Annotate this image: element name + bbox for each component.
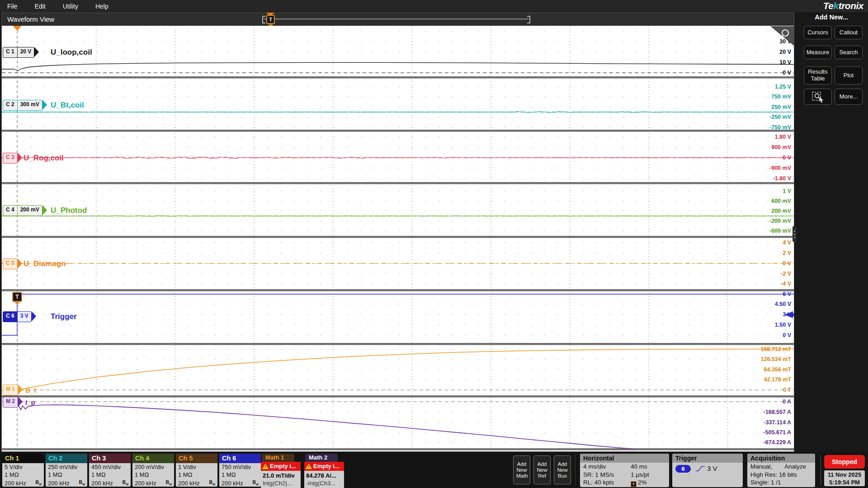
setting-value: 250 mV/div	[48, 464, 77, 470]
callout-button[interactable]: Callout	[835, 26, 863, 39]
axis-label: 168.712 mT	[761, 346, 791, 353]
setting-row: 1 MΩ	[5, 471, 42, 479]
axis-label: 600 mV	[771, 197, 791, 205]
plot-button[interactable]: Plot	[835, 66, 863, 84]
bandwidth-limit-icon: Bw	[253, 479, 259, 487]
setting-value: 1 MΩ	[222, 471, 236, 478]
axis-label: 6 V	[783, 291, 791, 298]
axis-label: -1.80 V	[773, 175, 791, 182]
setting-row: 750 mV/div	[222, 464, 259, 471]
channel-settings-body: 450 mV/div1 MΩ200 kHzBw	[89, 463, 131, 487]
date-time-display: 11 Nov 20255:19:54 PM	[824, 470, 865, 486]
math-settings-body: 21.0 mT/divIntg(Ch2)...	[261, 471, 301, 488]
setting-value: 200 kHz	[91, 480, 113, 487]
channel-label-b-t: B_t	[25, 386, 36, 394]
axis-label: 0 V	[783, 332, 791, 339]
add-new-ref-button[interactable]: AddNewRef	[533, 455, 551, 484]
trigger-position-marker[interactable]: T	[266, 15, 275, 24]
channel-settings-body: 750 mV/div1 MΩ200 kHzBw	[219, 463, 261, 487]
position-bar-right-bracket	[527, 16, 530, 23]
divider	[575, 455, 576, 485]
search-button[interactable]: Search	[835, 46, 863, 59]
zoom-select-button[interactable]	[804, 89, 832, 105]
channel-badge-c5[interactable]: C 5	[3, 258, 18, 269]
math-settings-1[interactable]: Math 1!Empty i...21.0 mT/divIntg(Ch2)...	[261, 462, 301, 488]
channel-badge-c6[interactable]: C 63 V	[3, 311, 32, 322]
horizontal-row: 4 ms/div40 ms	[580, 463, 669, 471]
setting-row: 1 MΩ	[222, 471, 259, 479]
acquisition-panel-title: Acquisition	[747, 454, 815, 463]
badge-scale: 20 V	[17, 47, 34, 57]
horizontal-value: 4 ms/div	[583, 463, 606, 470]
measure-button[interactable]: Measure	[804, 46, 832, 59]
axis-label: 200 mV	[771, 207, 791, 215]
math-settings-2[interactable]: Math 2!Empty i...84.278 A/...-Intg(Ch3..…	[304, 462, 344, 488]
setting-value: 200 kHz	[5, 480, 26, 487]
trigger-panel[interactable]: Trigger63 V	[672, 454, 743, 487]
more-button[interactable]: More...	[835, 89, 863, 105]
math-alert: !Empty i...	[261, 462, 301, 471]
setting-row: 1 MΩ	[178, 471, 215, 479]
results-table-button[interactable]: Results Table	[804, 66, 832, 84]
acquisition-status-button[interactable]: Stopped	[824, 455, 865, 469]
setting-value: 750 mV/div	[222, 464, 251, 470]
badge-arrow-icon	[42, 100, 47, 110]
trigger-position-icon: T	[631, 481, 637, 487]
channel-settings-ch4[interactable]: Ch 4200 mV/div1 MΩ200 kHzBw	[132, 454, 174, 487]
axis-label: -4 V	[781, 280, 791, 287]
channel-settings-ch3[interactable]: Ch 3450 mV/div1 MΩ200 kHzBw	[89, 454, 131, 487]
axis-label: -750 mV	[769, 124, 791, 131]
setting-value: 1 MΩ	[48, 471, 62, 478]
axis-label: 1.50 V	[775, 321, 791, 328]
acquisition-panel[interactable]: AcquisitionManual,AnalyzeHigh Res: 16 bi…	[747, 454, 815, 487]
acquisition-value: Manual,	[750, 463, 772, 470]
menu-item-edit[interactable]: Edit	[35, 3, 46, 10]
axis-label: 1 V	[783, 188, 791, 195]
add-new-bus-button[interactable]: AddNewBus	[554, 455, 571, 484]
channel-badge-c4[interactable]: C 4200 mV	[3, 205, 42, 216]
badge-id: C 6	[3, 312, 17, 322]
channel-settings-ch1[interactable]: Ch 15 V/div1 MΩ200 kHzBw	[2, 454, 44, 487]
setting-row: 200 kHzBw	[222, 479, 259, 487]
channel-settings-ch2[interactable]: Ch 2250 mV/div1 MΩ200 kHzBw	[46, 454, 87, 487]
graticule[interactable]: 30 V20 V10 V0 V1.25 V750 mV250 mV-250 mV…	[2, 26, 794, 451]
oscilloscope-screen: { "menu": {"items": ["File", "Edit", "Ut…	[0, 0, 868, 488]
horizontal-panel[interactable]: Horizontal4 ms/div40 msSR: 1 MS/s1 µs/pt…	[580, 454, 669, 487]
trigger-flag[interactable]: T	[12, 292, 22, 302]
trigger-time-marker-icon[interactable]	[13, 26, 22, 31]
channel-badge-c2[interactable]: C 2300 mV	[3, 100, 42, 111]
channel-settings-ch5[interactable]: Ch 51 V/div1 MΩ200 kHzBw	[176, 454, 217, 487]
time-value: 5:19:54 PM	[824, 479, 865, 486]
setting-row: 1 MΩ	[48, 471, 85, 479]
horizontal-value: SR: 1 MS/s	[583, 471, 614, 478]
add-new-math-button[interactable]: AddNewMath	[513, 455, 530, 484]
channel-badge-c1[interactable]: C 120 V	[3, 47, 34, 58]
axis-label: 42.178 mT	[764, 376, 791, 383]
menu-item-file[interactable]: File	[7, 3, 18, 10]
setting-row: 200 kHzBw	[135, 479, 172, 487]
math-tab-1[interactable]: Math 1	[262, 454, 294, 462]
channel-settings-ch6[interactable]: Ch 6750 mV/div1 MΩ200 kHzBw	[219, 454, 261, 487]
cursors-button[interactable]: Cursors	[804, 26, 832, 39]
menu-item-utility[interactable]: Utility	[63, 3, 78, 10]
axis-label: 2 V	[783, 249, 791, 257]
badge-arrow-icon	[18, 397, 23, 407]
logo-text-2: tronix	[839, 0, 863, 11]
channel-label-u-diamagn: U_Diamagn	[24, 259, 66, 268]
trigger-settings-row: 63 V	[672, 463, 743, 473]
badge-scale: 300 mV	[17, 100, 42, 110]
channel-badge-m2[interactable]: M 2	[3, 397, 18, 408]
setting-value: 1 MΩ	[91, 471, 105, 478]
acquisition-row: Single: 1 /1	[747, 479, 815, 487]
axis-label: -600 mV	[769, 227, 791, 235]
axis-label: 0 V	[783, 69, 791, 76]
channel-badge-m1[interactable]: M 1	[3, 385, 18, 395]
panel-drag-handle[interactable]	[793, 226, 797, 242]
date-value: 11 Nov 2025	[824, 471, 865, 479]
math-tab-2[interactable]: Math 2	[305, 454, 338, 462]
acquisition-position-bar[interactable]	[264, 19, 528, 19]
trigger-source-badge: 6	[675, 465, 691, 473]
channel-badge-c3[interactable]: C 3	[3, 153, 18, 164]
horizontal-row: RL: 40 kptsT2%	[580, 479, 669, 487]
menu-item-help[interactable]: Help	[95, 3, 108, 10]
